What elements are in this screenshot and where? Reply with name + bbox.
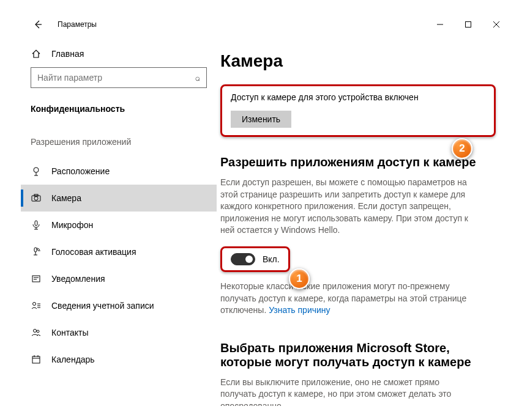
sidebar-item-label: Камера: [51, 193, 81, 203]
svg-point-11: [33, 303, 36, 306]
location-icon: [31, 166, 42, 176]
sidebar-section-header: Разрешения приложений: [31, 131, 207, 158]
sidebar-item-label: Календарь: [51, 355, 95, 364]
sidebar-item-camera[interactable]: Камера: [21, 185, 217, 212]
minimize-icon: [437, 21, 443, 28]
device-access-group: Доступ к камере для этого устройства вкл…: [220, 84, 496, 137]
mic-icon: [31, 220, 42, 230]
svg-point-13: [37, 330, 39, 333]
search-icon: ⌕: [195, 73, 200, 83]
arrow-left-icon: [33, 20, 43, 29]
sidebar-home-label: Главная: [51, 49, 84, 59]
svg-point-4: [34, 168, 39, 172]
device-access-text: Доступ к камере для этого устройства вкл…: [231, 92, 485, 102]
account-icon: [31, 301, 42, 311]
sidebar-item-voice[interactable]: Голосовая активация: [21, 238, 217, 265]
titlebar: Параметры: [21, 15, 510, 34]
sidebar-item-contacts[interactable]: Контакты: [21, 319, 217, 346]
svg-rect-8: [35, 221, 37, 226]
sidebar-item-account[interactable]: Сведения учетной записи: [21, 292, 217, 319]
main-content: Камера Доступ к камере для этого устройс…: [217, 34, 510, 406]
learn-why-link[interactable]: Узнать причину: [269, 305, 330, 315]
svg-rect-9: [34, 248, 37, 252]
sidebar: Главная ⌕ Конфиденциальность Разрешения …: [21, 34, 217, 406]
window-title: Параметры: [58, 20, 97, 29]
sidebar-item-label: Контакты: [51, 328, 88, 337]
close-button[interactable]: [482, 15, 510, 34]
maximize-icon: [465, 21, 471, 28]
close-icon: [493, 21, 499, 28]
page-title: Камера: [220, 51, 496, 71]
store-apps-description: Если вы выключите приложение, оно не смо…: [220, 377, 477, 406]
camera-access-toggle[interactable]: [231, 253, 255, 265]
allow-apps-description: Если доступ разрешен, вы можете с помощь…: [220, 177, 477, 237]
allow-apps-heading: Разрешить приложениям доступ к камере: [220, 155, 496, 169]
search-field[interactable]: [37, 73, 195, 83]
camera-icon: [31, 193, 42, 203]
sidebar-item-label: Голосовая активация: [51, 247, 136, 257]
svg-rect-1: [466, 22, 471, 28]
sidebar-category: Конфиденциальность: [31, 100, 207, 131]
maximize-button[interactable]: [454, 15, 482, 34]
sidebar-item-label: Расположение: [51, 166, 110, 176]
minimize-button[interactable]: [426, 15, 454, 34]
store-apps-heading: Выбрать приложения Microsoft Store, кото…: [220, 341, 496, 369]
search-input[interactable]: ⌕: [31, 67, 207, 88]
back-button[interactable]: [31, 17, 45, 32]
svg-point-12: [34, 330, 37, 333]
svg-rect-14: [32, 356, 40, 363]
sidebar-item-microphone[interactable]: Микрофон: [21, 212, 217, 238]
sidebar-item-label: Уведомления: [51, 274, 105, 284]
home-icon: [31, 49, 42, 59]
sidebar-item-location[interactable]: Расположение: [21, 158, 217, 185]
notif-icon: [31, 274, 42, 284]
svg-point-6: [34, 197, 38, 201]
voice-icon: [31, 247, 42, 257]
contacts-icon: [31, 328, 42, 337]
sidebar-item-notifications[interactable]: Уведомления: [21, 265, 217, 292]
annotation-bubble-1: 1: [289, 268, 310, 289]
toggle-group: Вкл.: [220, 246, 290, 272]
change-button[interactable]: Изменить: [231, 111, 291, 128]
note-text: Некоторые классические приложения могут …: [220, 281, 466, 315]
toggle-label: Вкл.: [263, 254, 280, 264]
svg-rect-10: [32, 276, 40, 282]
annotation-bubble-2: 2: [452, 138, 472, 159]
classic-apps-note: Некоторые классические приложения могут …: [220, 281, 477, 317]
sidebar-item-label: Сведения учетной записи: [51, 301, 154, 311]
calendar-icon: [31, 355, 42, 364]
sidebar-item-calendar[interactable]: Календарь: [21, 346, 217, 373]
sidebar-home[interactable]: Главная: [31, 44, 207, 67]
sidebar-item-label: Микрофон: [51, 220, 93, 230]
